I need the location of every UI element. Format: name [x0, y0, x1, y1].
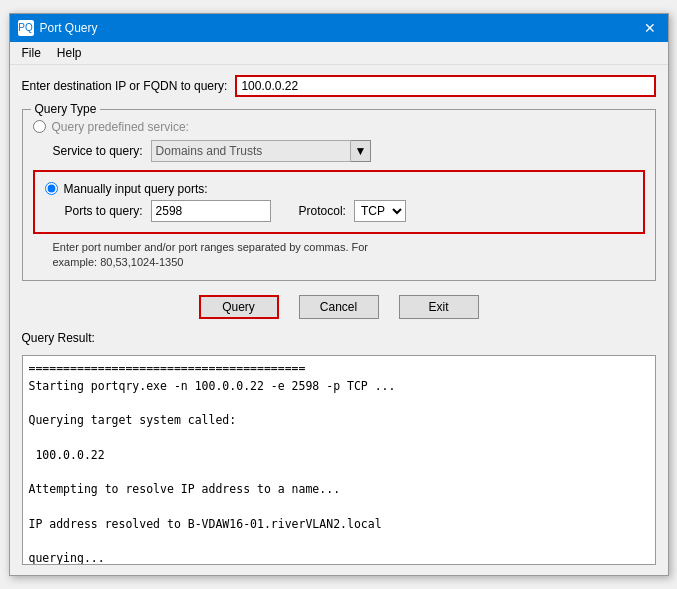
- hint-line1: Enter port number and/or port ranges sep…: [53, 241, 369, 253]
- destination-label: Enter destination IP or FQDN to query:: [22, 79, 228, 93]
- ports-input[interactable]: [151, 200, 271, 222]
- service-input: [151, 140, 351, 162]
- result-line-blank3: [29, 464, 649, 481]
- menu-bar: File Help: [10, 42, 668, 65]
- service-dropdown-btn[interactable]: ▼: [351, 140, 372, 162]
- result-line-blank4: [29, 498, 649, 515]
- manual-input-group: Manually input query ports: Ports to que…: [33, 170, 645, 234]
- radio-predefined-row: Query predefined service:: [33, 120, 645, 134]
- query-type-legend: Query Type: [31, 102, 101, 116]
- protocol-select[interactable]: TCP UDP Both: [354, 200, 406, 222]
- radio-predefined[interactable]: [33, 120, 46, 133]
- ports-label: Ports to query:: [65, 204, 143, 218]
- radio-manual[interactable]: [45, 182, 58, 195]
- button-row: Query Cancel Exit: [22, 295, 656, 319]
- result-line-querying-label: Querying target system called:: [29, 412, 649, 429]
- service-dropdown-container: ▼: [151, 140, 372, 162]
- service-label: Service to query:: [53, 144, 143, 158]
- result-line-blank5: [29, 533, 649, 550]
- radio-manual-row: Manually input query ports:: [45, 182, 633, 196]
- hint-text: Enter port number and/or port ranges sep…: [33, 240, 645, 271]
- result-line-blank1: [29, 395, 649, 412]
- destination-row: Enter destination IP or FQDN to query:: [22, 75, 656, 97]
- radio-predefined-label: Query predefined service:: [52, 120, 189, 134]
- radio-manual-label: Manually input query ports:: [64, 182, 208, 196]
- menu-help[interactable]: Help: [49, 44, 90, 62]
- close-button[interactable]: ✕: [640, 18, 660, 38]
- cancel-button[interactable]: Cancel: [299, 295, 379, 319]
- main-window: PQ Port Query ✕ File Help Enter destinat…: [9, 13, 669, 577]
- result-line-start: Starting portqry.exe -n 100.0.0.22 -e 25…: [29, 378, 649, 395]
- ports-row: Ports to query: Protocol: TCP UDP Both: [45, 200, 633, 222]
- app-icon: PQ: [18, 20, 34, 36]
- query-button[interactable]: Query: [199, 295, 279, 319]
- result-line-resolving: Attempting to resolve IP address to a na…: [29, 481, 649, 498]
- title-bar: PQ Port Query ✕: [10, 14, 668, 42]
- service-row: Service to query: ▼: [33, 140, 645, 162]
- window-title: Port Query: [40, 21, 98, 35]
- exit-button[interactable]: Exit: [399, 295, 479, 319]
- menu-file[interactable]: File: [14, 44, 49, 62]
- app-icon-text: PQ: [18, 22, 32, 33]
- protocol-label: Protocol:: [299, 204, 346, 218]
- destination-input[interactable]: [235, 75, 655, 97]
- result-line-resolved: IP address resolved to B-VDAW16-01.river…: [29, 516, 649, 533]
- result-box[interactable]: ========================================…: [22, 355, 656, 565]
- result-line-blank2: [29, 429, 649, 446]
- result-line-ip: 100.0.0.22: [29, 447, 649, 464]
- main-content: Enter destination IP or FQDN to query: Q…: [10, 65, 668, 576]
- result-line-querying: querying...: [29, 550, 649, 565]
- hint-line2: example: 80,53,1024-1350: [53, 256, 184, 268]
- title-bar-left: PQ Port Query: [18, 20, 98, 36]
- query-type-group: Query Type Query predefined service: Ser…: [22, 109, 656, 282]
- query-result-label: Query Result:: [22, 331, 656, 345]
- result-line-separator: ========================================: [29, 360, 649, 377]
